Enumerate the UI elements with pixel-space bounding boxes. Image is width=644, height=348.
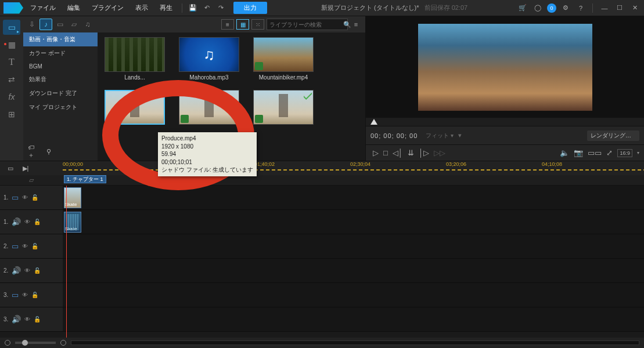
tab-image-icon[interactable]: ▱	[67, 19, 80, 30]
view-grid-small-icon[interactable]: ⁙	[251, 19, 264, 30]
view-grid-large-icon[interactable]: ▦	[236, 19, 249, 30]
save-icon[interactable]: 💾	[187, 2, 199, 14]
track-head[interactable]: 2.🔊👁🔓	[0, 259, 63, 282]
track-body[interactable]	[63, 234, 644, 258]
category-item-all[interactable]: 動画・画像・音楽	[23, 32, 98, 46]
thumb-image[interactable]	[105, 90, 165, 125]
dual-view-icon[interactable]: ▭▭	[588, 148, 602, 157]
snapshot-icon[interactable]: 📷	[574, 148, 583, 157]
horizontal-scrollbar[interactable]	[71, 340, 639, 345]
zoom-in-icon[interactable]	[60, 340, 66, 346]
export-button[interactable]: 出力	[233, 2, 267, 14]
undo-icon[interactable]: ↶	[201, 2, 213, 14]
menu-edit[interactable]: 編集	[63, 1, 85, 14]
visibility-icon[interactable]: 👁	[24, 316, 30, 322]
prev-frame-icon[interactable]: ◁│	[393, 148, 403, 157]
media-menu-icon[interactable]: ≡	[350, 19, 362, 30]
tag-add-icon[interactable]: 🏷＋	[28, 146, 39, 157]
volume-icon[interactable]: 🔈	[560, 148, 569, 157]
lock-icon[interactable]: 🔓	[34, 219, 41, 225]
lock-icon[interactable]: 🔓	[31, 194, 38, 201]
visibility-icon[interactable]: 👁	[24, 219, 30, 225]
rail-overlay[interactable]: ⊞	[3, 107, 20, 122]
tl-marker-icon[interactable]: ▭	[5, 162, 16, 174]
cart-icon[interactable]: 🛒	[517, 2, 528, 14]
chapter-tag[interactable]: 1. チャプター 1	[64, 175, 106, 183]
account-icon[interactable]: ◯	[532, 2, 544, 14]
track-head[interactable]: 3.🔊👁🔓	[0, 307, 63, 331]
dropdown-chevron-icon[interactable]: ▾	[458, 132, 462, 139]
lock-icon[interactable]: 🔓	[31, 243, 38, 249]
thumb-image[interactable]	[179, 90, 239, 125]
media-thumb[interactable]: Mountainbiker.mp4	[253, 37, 314, 81]
category-item-myproject[interactable]: マイ プロジェクト	[23, 100, 98, 114]
rail-transition[interactable]: ⇄	[3, 72, 20, 87]
playhead[interactable]	[66, 186, 67, 338]
media-thumb[interactable]	[179, 90, 239, 127]
tab-music-icon[interactable]: ♪	[39, 19, 52, 30]
search-field[interactable]	[269, 21, 343, 28]
media-thumb[interactable]: Mahoroba.mp3	[179, 37, 239, 81]
visibility-icon[interactable]: 👁	[22, 243, 28, 249]
category-item-downloaded[interactable]: ダウンロード 完了	[23, 86, 98, 100]
tab-video-icon[interactable]: ▭	[53, 19, 66, 30]
aspect-ratio[interactable]: 16:9	[617, 149, 632, 157]
preview-canvas[interactable]	[366, 16, 644, 118]
track-body[interactable]	[63, 283, 644, 307]
tab-import-icon[interactable]: ⇩	[26, 19, 38, 30]
visibility-icon[interactable]: 👁	[24, 267, 30, 274]
thumb-image[interactable]	[253, 37, 314, 72]
search-input[interactable]: 🔍	[267, 19, 348, 30]
category-item-sfx[interactable]: 効果音	[23, 72, 98, 86]
menu-play[interactable]: 再生	[155, 1, 177, 14]
thumb-image[interactable]	[105, 37, 165, 72]
render-preview-button[interactable]: レンダリングプレビ...	[587, 130, 639, 141]
track-body[interactable]: Skate	[63, 210, 644, 234]
tab-audio-icon[interactable]: ♫	[81, 19, 94, 30]
rail-fx[interactable]: fx	[3, 89, 20, 104]
menu-file[interactable]: ファイル	[26, 1, 60, 14]
category-item-colorboard[interactable]: カラー ボード	[23, 46, 98, 60]
track-head[interactable]: 3.▭👁🔓	[0, 283, 63, 307]
lock-icon[interactable]: 🔓	[34, 316, 41, 322]
track-head[interactable]: 1.▭👁🔓	[0, 186, 63, 209]
menu-view[interactable]: 表示	[131, 1, 153, 14]
maximize-icon[interactable]: ☐	[614, 2, 625, 14]
thumb-image[interactable]	[253, 90, 314, 125]
play-icon[interactable]: ▷	[373, 148, 379, 157]
close-icon[interactable]: ✕	[629, 2, 641, 14]
zoom-slider[interactable]	[15, 342, 56, 344]
timeline-ruler[interactable]: 00;00;0000;50;0001;40;0202;30;0403;20;06…	[63, 161, 644, 175]
menu-plugin[interactable]: プラグイン	[87, 1, 128, 14]
rail-text[interactable]: T	[3, 55, 20, 70]
settings-icon[interactable]: ⚙	[560, 2, 571, 14]
track-head[interactable]: 2.▭👁🔓	[0, 234, 63, 258]
step-icon[interactable]: ⇊	[408, 148, 414, 157]
visibility-icon[interactable]: 👁	[22, 292, 28, 298]
rail-media[interactable]: ▭▸	[3, 20, 20, 35]
media-thumb[interactable]	[105, 90, 165, 127]
rail-palette[interactable]: ▦	[3, 37, 20, 52]
zoom-handle[interactable]	[22, 340, 28, 346]
stop-icon[interactable]: □	[383, 148, 388, 157]
track-body[interactable]: Skate	[63, 186, 644, 209]
next-frame-icon[interactable]: │▷	[419, 148, 429, 157]
track-head[interactable]: 1.🔊👁🔓	[0, 210, 63, 234]
lock-icon[interactable]: 🔓	[31, 292, 38, 298]
seek-marker-icon[interactable]	[370, 119, 377, 125]
redo-icon[interactable]: ↷	[215, 2, 226, 14]
help-icon[interactable]: ?	[575, 2, 587, 14]
fit-dropdown[interactable]: フィット ▾	[426, 132, 454, 140]
notification-badge[interactable]: 0	[547, 3, 556, 13]
tl-snap-icon[interactable]: ▶|	[20, 162, 31, 174]
zoom-out-icon[interactable]	[5, 340, 10, 346]
chapter-marker-icon[interactable]: ▱	[29, 176, 34, 184]
preview-seek-bar[interactable]	[366, 118, 644, 126]
tag-filter-icon[interactable]: ⚲	[43, 146, 55, 157]
thumb-image[interactable]	[179, 37, 239, 72]
track-body[interactable]	[63, 307, 644, 331]
view-list-icon[interactable]: ≡	[221, 19, 234, 30]
aspect-chevron-icon[interactable]: ▾	[637, 150, 639, 155]
minimize-icon[interactable]: —	[599, 2, 610, 14]
track-body[interactable]	[63, 259, 644, 282]
